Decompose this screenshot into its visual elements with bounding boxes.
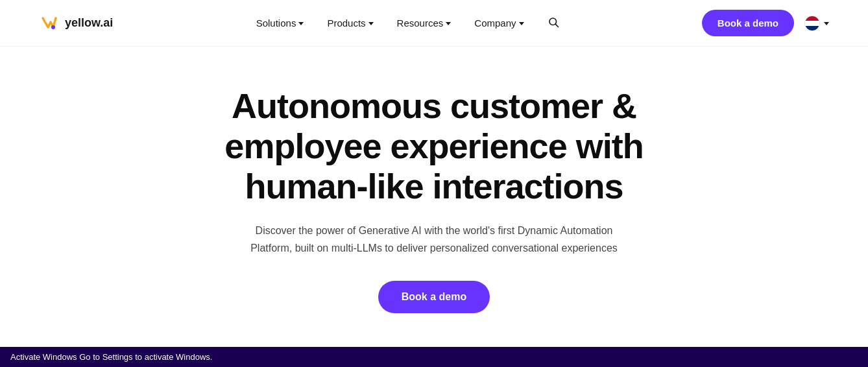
- nav-solutions[interactable]: Solutions: [256, 18, 304, 29]
- nav-resources-link[interactable]: Resources: [397, 18, 452, 29]
- navbar: yellow.ai Solutions Products Resources C…: [0, 0, 868, 47]
- nav-products-link[interactable]: Products: [327, 18, 373, 29]
- windows-activation-bar: Activate Windows Go to Settings to activ…: [0, 347, 868, 367]
- logo[interactable]: yellow.ai: [39, 13, 113, 34]
- nav-solutions-link[interactable]: Solutions: [256, 18, 304, 29]
- nav-company-link[interactable]: Company: [474, 18, 524, 29]
- svg-point-0: [51, 25, 55, 29]
- nav-company[interactable]: Company: [474, 18, 524, 29]
- nav-search[interactable]: [548, 16, 559, 30]
- search-icon[interactable]: [548, 16, 559, 28]
- nav-products[interactable]: Products: [327, 18, 373, 29]
- book-demo-button-nav[interactable]: Book a demo: [702, 10, 794, 36]
- nav-links: Solutions Products Resources Company: [256, 16, 559, 30]
- nav-right: Book a demo: [702, 10, 829, 36]
- chevron-down-icon: [298, 22, 304, 25]
- yellow-ai-logo-icon: [39, 13, 60, 34]
- hero-subtitle: Discover the power of Generative AI with…: [246, 222, 622, 257]
- nav-resources[interactable]: Resources: [397, 18, 452, 29]
- hero-section: Autonomous customer & employee experienc…: [175, 47, 693, 339]
- chevron-down-icon: [368, 22, 374, 25]
- flag-us-icon: [804, 16, 820, 31]
- book-demo-button-hero[interactable]: Book a demo: [378, 281, 490, 313]
- activate-windows-text: Activate Windows Go to Settings to activ…: [10, 352, 212, 362]
- lang-chevron-down-icon: [824, 22, 829, 25]
- logo-text: yellow.ai: [65, 16, 113, 30]
- chevron-down-icon: [519, 22, 524, 25]
- chevron-down-icon: [446, 22, 451, 25]
- language-selector[interactable]: [804, 16, 829, 31]
- svg-line-2: [555, 24, 558, 27]
- hero-title: Autonomous customer & employee experienc…: [187, 86, 681, 206]
